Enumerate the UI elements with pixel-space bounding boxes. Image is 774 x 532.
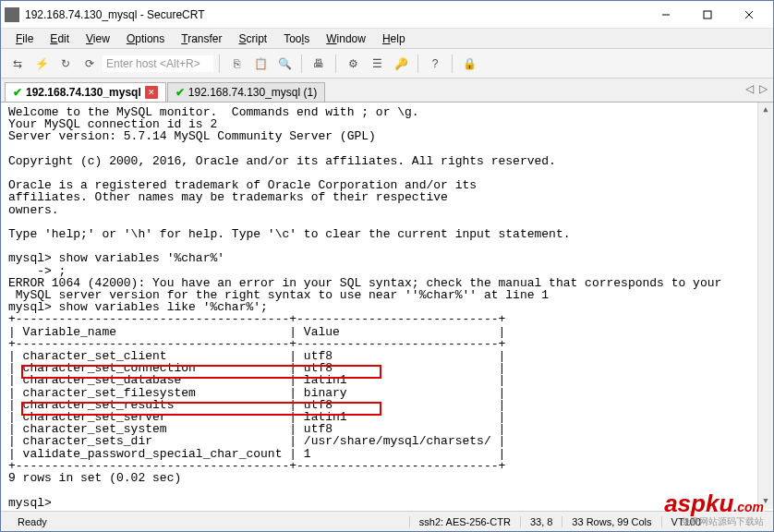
lock-icon[interactable]: 🔒	[458, 53, 480, 75]
status-size: 33 Rows, 99 Cols	[562, 516, 660, 527]
status-ready: Ready	[8, 516, 267, 527]
print-icon[interactable]: 🖶	[308, 53, 330, 75]
tab-nav: ◁ ▷	[745, 82, 768, 95]
menu-options[interactable]: Options	[119, 30, 172, 47]
tab-label: 192.168.74.130_mysql (1)	[188, 86, 317, 99]
scroll-down-icon[interactable]: ▾	[758, 494, 773, 509]
tab-active[interactable]: ✔ 192.168.74.130_mysql ✕	[5, 82, 166, 102]
separator	[219, 54, 220, 73]
menu-view[interactable]: View	[79, 30, 117, 47]
tab-inactive[interactable]: ✔ 192.168.74.130_mysql (1)	[167, 82, 325, 102]
paste-icon[interactable]: 📋	[249, 53, 272, 75]
menu-tools[interactable]: Tools	[276, 30, 317, 47]
menu-window[interactable]: Window	[319, 30, 373, 47]
separator	[301, 54, 302, 73]
menu-file[interactable]: File	[8, 30, 41, 47]
toolbar: ⇆ ⚡ ↻ ⟳ Enter host <Alt+R> ⎘ 📋 🔍 🖶 ⚙ ☰ 🔑…	[1, 49, 773, 79]
window-title: 192.168.74.130_mysql - SecureCRT	[25, 8, 645, 21]
menu-help[interactable]: Help	[375, 30, 413, 47]
terminal-output[interactable]: Welcome to the MySQL monitor. Commands e…	[1, 103, 773, 509]
tab-label: 192.168.74.130_mysql	[26, 86, 141, 99]
tab-prev-icon[interactable]: ◁	[745, 82, 754, 95]
reconnect-icon[interactable]: ↻	[54, 53, 77, 75]
tab-close-icon[interactable]: ✕	[145, 86, 158, 99]
title-bar: 192.168.74.130_mysql - SecureCRT	[1, 1, 773, 29]
separator	[335, 54, 336, 73]
copy-icon[interactable]: ⎘	[225, 53, 248, 75]
scroll-up-icon[interactable]: ▴	[758, 103, 773, 117]
status-cursor-pos: 33, 8	[520, 516, 562, 527]
status-check-icon: ✔	[175, 86, 185, 99]
scrollbar[interactable]: ▴ ▾	[757, 103, 773, 509]
minimize-button[interactable]	[645, 2, 686, 28]
status-bar: Ready ssh2: AES-256-CTR 33, 8 33 Rows, 9…	[1, 511, 773, 531]
help-icon[interactable]: ?	[424, 53, 446, 75]
connect-icon[interactable]: ⇆	[6, 53, 29, 75]
maximize-button[interactable]	[686, 2, 728, 28]
menu-script[interactable]: Script	[232, 30, 275, 47]
host-input[interactable]: Enter host <Alt+R>	[103, 55, 213, 72]
quickconnect-icon[interactable]: ⚡	[30, 53, 53, 75]
status-check-icon: ✔	[13, 86, 22, 99]
tab-next-icon[interactable]: ▷	[759, 82, 768, 95]
sessions-icon[interactable]: ☰	[366, 53, 388, 75]
menu-edit[interactable]: Edit	[42, 30, 77, 47]
find-icon[interactable]: 🔍	[273, 53, 296, 75]
app-icon	[5, 7, 19, 22]
svg-rect-1	[704, 11, 711, 18]
status-term-type: VT100	[661, 516, 710, 527]
menu-bar: File Edit View Options Transfer Script T…	[1, 29, 773, 49]
menu-transfer[interactable]: Transfer	[174, 30, 229, 47]
separator	[452, 54, 453, 73]
status-connection: ssh2: AES-256-CTR	[409, 516, 520, 527]
separator	[417, 54, 418, 73]
keys-icon[interactable]: 🔑	[390, 53, 412, 75]
settings-icon[interactable]: ⚙	[342, 53, 364, 75]
disconnect-icon[interactable]: ⟳	[79, 53, 101, 75]
tab-bar: ✔ 192.168.74.130_mysql ✕ ✔ 192.168.74.13…	[1, 79, 773, 103]
close-button[interactable]	[728, 2, 769, 28]
